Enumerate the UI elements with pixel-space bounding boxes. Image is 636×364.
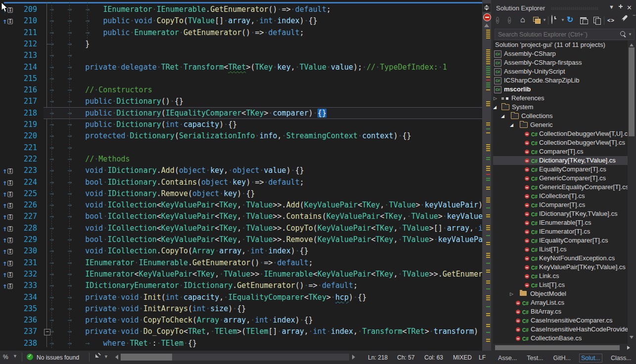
line-number[interactable]: 234 <box>13 292 37 303</box>
panel-tab-gith[interactable]: GitH... <box>552 354 572 362</box>
line-number[interactable]: 231 <box>13 257 37 269</box>
char-indicator[interactable]: Ch: 57 <box>397 354 414 361</box>
view-code-icon[interactable]: <> <box>607 15 617 25</box>
tree-item[interactable]: C#Assembly-CSharp-firstpass <box>493 58 628 67</box>
show-all-files-icon[interactable] <box>592 15 602 25</box>
scrollbar-thumb[interactable] <box>495 345 620 350</box>
tree-item[interactable]: C#Assembly-CSharp <box>493 49 628 58</box>
code-line[interactable]: 220→ → protected·Dictionary(Serializatio… <box>0 130 482 142</box>
line-number[interactable]: 210 <box>13 15 37 27</box>
scrollbar-thumb[interactable] <box>629 47 635 136</box>
line-number[interactable]: 236 <box>13 315 37 326</box>
line-number[interactable]: 227 <box>13 211 37 222</box>
code-line[interactable]: ↑I209→ → → IEnumerator·IEnumerable.GetEn… <box>0 4 482 15</box>
split-editor-handle-icon[interactable] <box>483 3 491 12</box>
tree-item[interactable]: ◢Collections <box>493 112 628 121</box>
tree-item[interactable]: C#IDictionary[TKey,TValue].cs <box>493 209 628 218</box>
tree-horizontal-scrollbar[interactable] <box>493 344 636 351</box>
column-indicator[interactable]: Col: 63 <box>424 354 443 361</box>
tree-item[interactable]: ▷References <box>493 94 628 103</box>
pin-icon[interactable] <box>618 4 623 10</box>
code-line[interactable]: ↑I227→ → bool·ICollection<KeyValuePair<T… <box>0 211 482 222</box>
code-line[interactable]: ↑I233→ → IDictionaryEnumerator·IDictiona… <box>0 280 482 291</box>
panel-tab-solut[interactable]: Solut... <box>579 354 602 363</box>
tree-item[interactable]: C#CollectionBase.cs <box>493 334 628 343</box>
issues-status[interactable]: No issues found <box>37 354 79 361</box>
tree-vertical-scrollbar[interactable] <box>628 40 636 344</box>
code-line[interactable]: ↑I225→ → void·IDictionary.Remove(object·… <box>0 188 482 200</box>
tree-item[interactable]: C#CaseInsensitiveComparer.cs <box>493 316 628 325</box>
code-line[interactable]: ↑I229→ → bool·ICollection<KeyValuePair<T… <box>0 234 482 245</box>
no-issues-icon[interactable] <box>27 354 33 360</box>
collapse-arrow-icon[interactable]: ◢ <box>510 121 513 129</box>
line-number[interactable]: 213 <box>13 50 37 61</box>
scroll-right-arrow-icon[interactable] <box>352 355 358 360</box>
code-line[interactable]: 216→ → //·Constructors <box>0 84 482 96</box>
zoom-dropdown-icon[interactable]: ▼ <box>13 354 17 359</box>
scroll-left-arrow-icon[interactable] <box>113 355 118 360</box>
code-line[interactable]: ↑I230→ → void·ICollection.CopyTo(Array·a… <box>0 245 482 257</box>
line-number[interactable]: 221 <box>13 142 37 154</box>
code-line[interactable]: 221→ → <box>0 142 482 154</box>
window-position-dropdown-icon[interactable]: ▼ <box>609 4 614 10</box>
code-line[interactable]: ↑I232→ → IEnumerator<KeyValuePair<TKey,·… <box>0 269 482 280</box>
tree-item[interactable]: C#IComparer[T].cs <box>493 201 628 209</box>
code-line[interactable]: 218→ → public·Dictionary(IEqualityCompar… <box>0 108 482 119</box>
tree-item[interactable]: C#EqualityComparer[T].cs <box>493 165 628 174</box>
code-line[interactable]: 234→ → private·void·Init(int·capacity,·I… <box>0 292 482 303</box>
editor-horizontal-scrollbar[interactable] <box>121 354 349 361</box>
line-number[interactable]: 222 <box>13 154 37 165</box>
search-icon[interactable] <box>620 31 625 36</box>
panel-tab-test[interactable]: Test... <box>525 354 545 362</box>
close-icon[interactable]: ✕ <box>627 4 632 11</box>
line-number[interactable]: 225 <box>13 188 37 200</box>
line-number[interactable]: 211 <box>13 27 37 39</box>
tree-item[interactable]: C#ArrayList.cs <box>493 298 628 307</box>
tree-item[interactable]: C#IEnumerable[T].cs <box>493 218 628 227</box>
pending-changes-dropdown-icon[interactable]: ▼ <box>561 18 565 22</box>
code-line[interactable]: 217→ → public·Dictionary()·{} <box>0 96 482 107</box>
tree-item[interactable]: C#KeyNotFoundException.cs <box>493 254 628 263</box>
scrollbar-thumb[interactable] <box>121 354 172 361</box>
panel-tab-asse[interactable]: Asse... <box>497 354 518 362</box>
line-number[interactable]: 220 <box>13 130 37 142</box>
line-number[interactable]: 223 <box>13 165 37 176</box>
tree-item[interactable]: C#GenericEqualityComparer[T].cs <box>493 183 628 192</box>
pending-changes-filter-icon[interactable] <box>551 15 561 25</box>
expand-arrow-icon[interactable]: ▷ <box>510 289 513 298</box>
tree-item[interactable]: C#Comparer[T].cs <box>493 147 628 156</box>
editor-vertical-scrollbar[interactable] <box>482 0 491 351</box>
properties-wrench-icon[interactable] <box>620 15 630 25</box>
code-line[interactable]: 212→ → } <box>0 39 482 50</box>
forward-icon[interactable]: › <box>508 15 518 25</box>
tree-item[interactable]: ▷ObjectModel <box>493 289 628 298</box>
scroll-up-arrow-icon[interactable] <box>630 41 634 46</box>
line-number[interactable]: 229 <box>13 234 37 245</box>
search-input[interactable] <box>497 30 613 39</box>
line-number[interactable]: 217 <box>13 96 37 107</box>
line-number[interactable]: 219 <box>13 119 37 130</box>
tree-item[interactable]: Solution 'project-gui' (11 of 11 project… <box>493 40 628 49</box>
code-line[interactable]: 238→ → → where·TRet·:·TElem·{} <box>0 338 482 349</box>
home-icon[interactable]: ⌂ <box>520 15 530 25</box>
line-number[interactable]: 233 <box>13 280 37 291</box>
line-number[interactable]: 237 <box>13 326 37 337</box>
line-number[interactable]: 224 <box>13 177 37 188</box>
code-line[interactable]: ↑I210→ → → public·void·CopyTo(TValue[]·a… <box>0 15 482 27</box>
tree-item[interactable]: C#CollectionDebuggerView[T,U].cs <box>493 129 628 138</box>
line-indicator[interactable]: Ln: 218 <box>368 354 388 361</box>
eol-indicator[interactable]: LF <box>479 354 486 361</box>
code-line[interactable]: ↑I231→ → IEnumerator·IEnumerable.GetEnum… <box>0 257 482 269</box>
line-number[interactable]: 228 <box>13 223 37 234</box>
scroll-up-arrow-icon[interactable] <box>484 21 489 27</box>
fold-collapse-icon[interactable]: − <box>44 329 50 335</box>
panel-tab-class[interactable]: Class... <box>609 354 633 362</box>
tree-item[interactable]: C#ICollection[T].cs <box>493 192 628 201</box>
line-number[interactable]: 212 <box>13 39 37 50</box>
line-number[interactable]: 226 <box>13 200 37 211</box>
tree-item[interactable]: C#mscorlib <box>493 85 628 94</box>
code-cleanup-dropdown-icon[interactable]: ▼ <box>104 354 108 359</box>
code-editor[interactable]: ↑I209→ → → IEnumerator·IEnumerable.GetEn… <box>0 0 491 364</box>
line-number[interactable]: 214 <box>13 62 37 73</box>
tree-item[interactable]: C#CollectionDebuggerView[T].cs <box>493 138 628 147</box>
